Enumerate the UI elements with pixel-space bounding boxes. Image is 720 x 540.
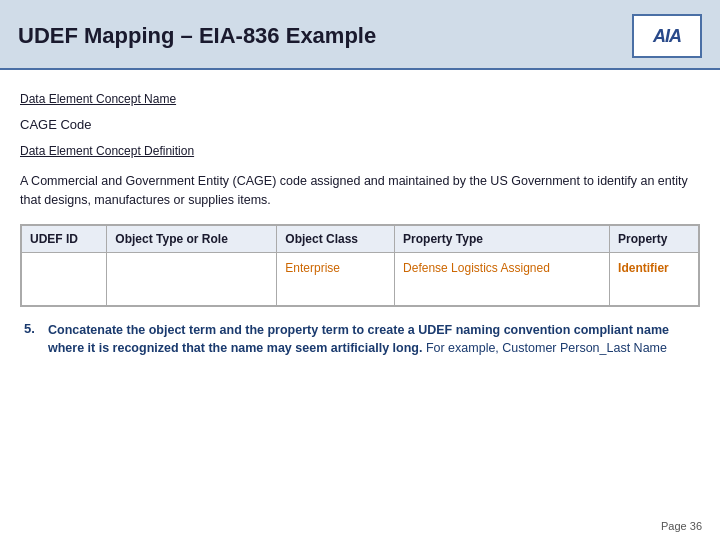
col-header-property: Property — [610, 225, 699, 252]
col-header-udef-id: UDEF ID — [22, 225, 107, 252]
definition-text: A Commercial and Government Entity (CAGE… — [20, 172, 700, 210]
meta-value-1: CAGE Code — [20, 117, 92, 132]
col-header-property-type: Property Type — [395, 225, 610, 252]
table-header-row: UDEF ID Object Type or Role Object Class… — [22, 225, 699, 252]
aia-logo: AIA — [632, 14, 702, 58]
note-number: 5. — [24, 321, 40, 336]
note-section: 5. Concatenate the object term and the p… — [20, 321, 700, 359]
meta-section: Data Element Concept Name CAGE Code Data… — [20, 86, 700, 162]
cell-udef-id — [22, 252, 107, 305]
cell-object-class: Enterprise — [277, 252, 395, 305]
cell-property-type: Defense Logistics Assigned — [395, 252, 610, 305]
udef-table: UDEF ID Object Type or Role Object Class… — [21, 225, 699, 306]
slide: UDEF Mapping – EIA-836 Example AIA Data … — [0, 0, 720, 540]
logo-text: AIA — [653, 26, 681, 47]
meta-name-pair: Data Element Concept Name — [20, 86, 700, 110]
slide-header: UDEF Mapping – EIA-836 Example AIA — [0, 0, 720, 70]
meta-definition-label-pair: Data Element Concept Definition — [20, 138, 700, 162]
page-number: Page 36 — [661, 520, 702, 532]
slide-title: UDEF Mapping – EIA-836 Example — [18, 23, 376, 49]
cell-property: Identifier — [610, 252, 699, 305]
udef-table-wrapper: UDEF ID Object Type or Role Object Class… — [20, 224, 700, 307]
meta-label-2: Data Element Concept Definition — [20, 144, 194, 158]
note-normal-text: For example, Customer Person_Last Name — [422, 341, 667, 355]
note-text: Concatenate the object term and the prop… — [48, 321, 696, 359]
col-header-object-class: Object Class — [277, 225, 395, 252]
meta-label-1: Data Element Concept Name — [20, 92, 176, 106]
cell-object-type — [107, 252, 277, 305]
meta-value-pair: CAGE Code — [20, 112, 700, 136]
slide-content: Data Element Concept Name CAGE Code Data… — [0, 70, 720, 368]
table-row-1: Enterprise Defense Logistics Assigned Id… — [22, 252, 699, 305]
col-header-object-type: Object Type or Role — [107, 225, 277, 252]
